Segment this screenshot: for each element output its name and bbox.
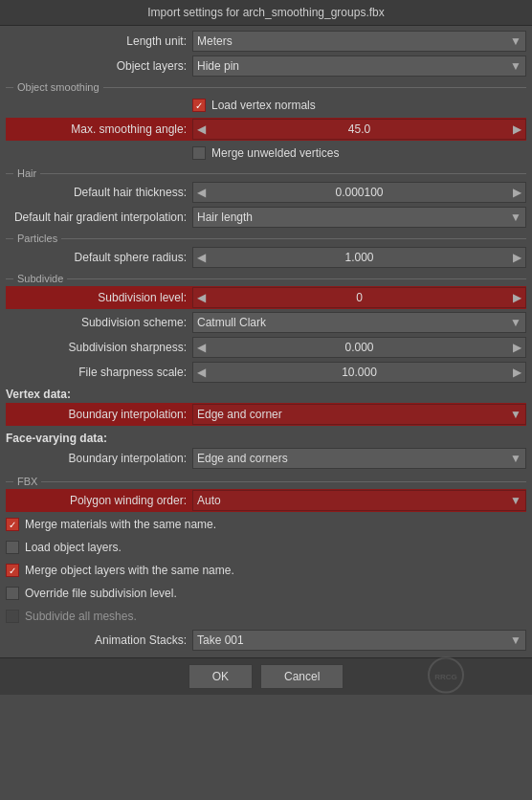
subdivide-meshes-label: Subdivide all meshes. [25,610,137,623]
ok-button[interactable]: OK [188,664,253,689]
merge-unwelded-checkbox[interactable] [192,146,206,160]
max-smoothing-left-arrow[interactable]: ◀ [193,122,210,136]
polygon-winding-row: Polygon winding order: Auto ▼ [6,489,526,512]
subdivision-level-right-arrow[interactable]: ▶ [509,291,525,304]
subdivision-level-row: Subdivision level: ◀ 0 ▶ [6,286,526,309]
load-vertex-normals-label: Load vertex normals [211,99,316,112]
boundary-interp-1-label: Boundary interpolation: [69,408,187,421]
load-object-layers-checkbox[interactable] [6,541,19,554]
subdivision-scheme-row: Subdivision scheme: Catmull Clark ▼ [6,311,526,334]
file-sharpness-right-arrow[interactable]: ▶ [509,366,525,379]
subdivision-level-slider[interactable]: ◀ 0 ▶ [192,287,526,308]
length-unit-arrow: ▼ [510,34,521,48]
svg-text:RRCG: RRCG [434,673,457,681]
face-varying-header: Face-varying data: [6,432,526,445]
hair-thickness-slider[interactable]: ◀ 0.000100 ▶ [192,182,526,203]
length-unit-row: Length unit: Meters ▼ [6,30,526,53]
hair-thickness-label: Default hair thickness: [74,186,187,199]
hair-thickness-left-arrow[interactable]: ◀ [193,186,210,199]
object-layers-row: Object layers: Hide pin ▼ [6,55,526,78]
face-varying-label: Face-varying data: [6,432,107,445]
subdivision-sharpness-left-arrow[interactable]: ◀ [193,341,210,354]
subdivision-level-label: Subdivision level: [98,291,187,304]
subdivision-sharpness-right-arrow[interactable]: ▶ [509,341,525,354]
file-sharpness-row: File sharpness scale: ◀ 10.000 ▶ [6,361,526,384]
merge-materials-label: Merge materials with the same name. [25,518,216,531]
length-unit-dropdown[interactable]: Meters ▼ [192,31,526,52]
boundary-interp-1-row: Boundary interpolation: Edge and corner … [6,403,526,426]
boundary-interp-2-label: Boundary interpolation: [69,452,187,465]
merge-object-layers-row: ✓ Merge object layers with the same name… [6,560,526,581]
fbx-label: FBX [17,476,37,487]
load-vertex-normals-checkbox[interactable]: ✓ [192,99,206,112]
hair-gradient-dropdown[interactable]: Hair length ▼ [192,207,526,228]
animation-stacks-row: Animation Stacks: Take 001 ▼ [6,629,526,652]
override-subdivision-checkbox[interactable] [6,587,19,600]
merge-object-layers-checkbox[interactable]: ✓ [6,564,19,577]
sphere-radius-left-arrow[interactable]: ◀ [193,251,210,264]
sphere-radius-slider[interactable]: ◀ 1.000 ▶ [192,247,526,268]
subdivision-level-value: 0 [210,291,509,304]
sphere-radius-right-arrow[interactable]: ▶ [509,251,525,264]
object-layers-label: Object layers: [117,59,187,73]
hair-gradient-arrow: ▼ [510,211,521,224]
hair-thickness-right-arrow[interactable]: ▶ [509,186,525,199]
max-smoothing-angle-row: Max. smoothing angle: ◀ 45.0 ▶ [6,118,526,141]
animation-stacks-dropdown[interactable]: Take 001 ▼ [192,630,526,651]
polygon-winding-value: Auto [197,494,221,507]
hair-label: Hair [17,167,36,179]
particles-label: Particles [17,233,57,244]
bottom-buttons: OK Cancel RRCG [0,657,532,695]
load-object-layers-label: Load object layers. [25,541,122,554]
subdivision-scheme-dropdown[interactable]: Catmull Clark ▼ [192,312,526,333]
subdivision-scheme-value: Catmull Clark [197,316,266,329]
animation-stacks-arrow: ▼ [510,633,521,647]
hair-thickness-value: 0.000100 [210,186,509,199]
subdivision-sharpness-slider[interactable]: ◀ 0.000 ▶ [192,337,526,358]
boundary-interp-1-dropdown[interactable]: Edge and corner ▼ [192,404,526,425]
hair-gradient-label: Default hair gradient interpolation: [14,211,187,224]
watermark: RRCG [417,656,475,698]
subdivision-level-left-arrow[interactable]: ◀ [193,291,210,304]
max-smoothing-angle-slider[interactable]: ◀ 45.0 ▶ [192,119,526,140]
polygon-winding-dropdown[interactable]: Auto ▼ [192,490,526,511]
load-vertex-normals-row: ✓ Load vertex normals [6,95,526,116]
hair-section: Hair [6,167,526,179]
sphere-radius-row: Default sphere radius: ◀ 1.000 ▶ [6,246,526,269]
boundary-interp-1-arrow: ▼ [510,408,521,421]
polygon-winding-label: Polygon winding order: [70,494,187,507]
object-layers-arrow: ▼ [510,59,521,73]
hair-gradient-value: Hair length [197,211,253,224]
subdivision-scheme-arrow: ▼ [510,316,521,329]
fbx-section: FBX [6,476,526,487]
max-smoothing-angle-label: Max. smoothing angle: [71,122,187,136]
subdivide-meshes-row: Subdivide all meshes. [6,606,526,627]
subdivide-meshes-checkbox [6,610,19,623]
object-smoothing-label: Object smoothing [17,81,100,93]
particles-section: Particles [6,233,526,244]
animation-stacks-value: Take 001 [197,633,244,647]
cancel-button[interactable]: Cancel [260,664,344,689]
file-sharpness-slider[interactable]: ◀ 10.000 ▶ [192,362,526,383]
file-sharpness-left-arrow[interactable]: ◀ [193,366,210,379]
merge-unwelded-label: Merge unwelded vertices [211,146,339,160]
merge-materials-checkbox[interactable]: ✓ [6,518,19,531]
max-smoothing-right-arrow[interactable]: ▶ [509,122,525,136]
animation-stacks-label: Animation Stacks: [95,633,187,647]
boundary-interp-1-value: Edge and corner [197,408,282,421]
subdivision-sharpness-value: 0.000 [210,341,509,354]
boundary-interp-2-dropdown[interactable]: Edge and corners ▼ [192,448,526,469]
object-layers-dropdown[interactable]: Hide pin ▼ [192,56,526,77]
merge-object-layers-label: Merge object layers with the same name. [25,564,234,577]
content-area: Length unit: Meters ▼ Object layers: Hid… [0,26,532,657]
object-smoothing-section: Object smoothing [6,81,526,93]
max-smoothing-value: 45.0 [210,122,509,136]
length-unit-label: Length unit: [126,34,187,48]
subdivision-sharpness-row: Subdivision sharpness: ◀ 0.000 ▶ [6,336,526,359]
merge-materials-row: ✓ Merge materials with the same name. [6,514,526,535]
sphere-radius-value: 1.000 [210,251,509,264]
boundary-interp-2-value: Edge and corners [197,452,288,465]
merge-unwelded-row: Merge unwelded vertices [6,143,526,164]
subdivide-section: Subdivide [6,273,526,284]
subdivision-scheme-label: Subdivision scheme: [81,316,187,329]
